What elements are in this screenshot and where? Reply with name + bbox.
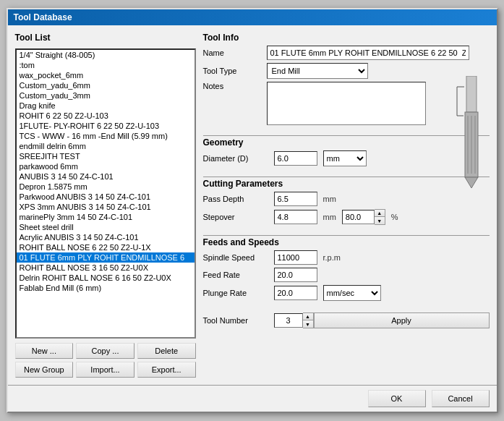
plunge-rate-row: Plunge Rate mm/sec mm/min in/sec in/min [203, 285, 490, 301]
btn-row-1: New ... Copy ... Delete [15, 343, 196, 359]
ok-button[interactable]: OK [368, 390, 426, 407]
svg-marker-5 [465, 177, 478, 188]
list-item[interactable]: parkawood 6mm [17, 161, 195, 171]
list-item[interactable]: wax_pocket_6mm [17, 70, 195, 80]
list-item[interactable]: SREEJITH TEST [17, 151, 195, 161]
tool-number-up-btn[interactable]: ▲ [303, 313, 313, 320]
apply-button[interactable]: Apply [314, 312, 490, 328]
list-item[interactable]: ROHIT BALL NOSE 3 16 50 Z2-U0X [17, 263, 195, 273]
bottom-buttons: New ... Copy ... Delete New Group Import… [15, 343, 196, 378]
list-item[interactable]: 1/4" Straight (48-005) [17, 50, 195, 60]
feed-rate-label: Feed Rate [203, 271, 268, 279]
tool-number-spinner: ▲ ▼ [274, 312, 314, 328]
list-item[interactable]: :tom [17, 60, 195, 70]
name-label: Name [203, 48, 261, 57]
geometry-section: Geometry Diameter (D) mm inch [203, 134, 490, 169]
tool-number-input[interactable] [274, 313, 303, 328]
feed-unit-select[interactable]: mm/sec mm/min in/sec in/min [323, 285, 381, 301]
right-panel: Tool Info Name Tool Type End Mill Ball N… [203, 33, 490, 378]
diameter-unit-select[interactable]: mm inch [323, 150, 367, 166]
tool-type-label: Tool Type [203, 67, 261, 75]
new-group-button[interactable]: New Group [15, 362, 74, 378]
feeds-title: Feeds and Speeds [203, 237, 490, 247]
list-item[interactable]: Sheet steel drill [17, 222, 195, 232]
list-item[interactable]: Drag knife [17, 101, 195, 111]
list-item[interactable]: Depron 1.5875 mm [17, 182, 195, 192]
tool-info-title: Tool Info [203, 33, 490, 43]
tool-number-spinbtns: ▲ ▼ [303, 312, 314, 328]
pass-depth-label: Pass Depth [203, 195, 268, 203]
geometry-title: Geometry [203, 137, 490, 148]
stepover-down-btn[interactable]: ▼ [375, 217, 385, 224]
percent-label: % [391, 213, 398, 221]
diameter-row: Diameter (D) mm inch [203, 150, 490, 166]
pass-depth-unit: mm [323, 195, 336, 203]
tool-number-label: Tool Number [203, 316, 268, 325]
list-item[interactable]: TCS - WWW - 16 mm -End Mill (5.99 mm) [17, 131, 195, 141]
tool-number-left: Tool Number ▲ ▼ [203, 312, 314, 328]
notes-row: Notes [203, 82, 490, 125]
list-item[interactable]: ROHIT BALL NOSE 6 22 50 Z2-U-1X [17, 242, 195, 252]
feed-rate-row: Feed Rate [203, 268, 490, 282]
dialog-footer: OK Cancel [8, 385, 497, 412]
plunge-rate-label: Plunge Rate [203, 289, 268, 297]
dialog-title: Tool Database [14, 12, 72, 22]
tool-number-row: Tool Number ▲ ▼ Apply [203, 312, 490, 328]
stepover-row: Stepover mm ▲ ▼ % [203, 209, 490, 225]
stepover-percent-spinbtns: ▲ ▼ [375, 209, 385, 225]
stepover-percent-input[interactable] [342, 210, 375, 224]
list-item[interactable]: 01 FLUTE 6mm PLY ROHIT ENDMILLNOSE 6 [17, 252, 195, 263]
import-button[interactable]: Import... [76, 362, 134, 378]
feed-rate-input[interactable] [274, 268, 317, 282]
stepover-unit: mm [323, 213, 336, 221]
cutting-title: Cutting Parameters [203, 179, 490, 189]
dialog-titlebar: Tool Database [8, 9, 497, 25]
tool-image [453, 76, 490, 192]
list-item[interactable]: 1FLUTE- PLY-ROHIT 6 22 50 Z2-U-103 [17, 121, 195, 131]
tool-list-container[interactable]: 1/4" Straight (48-005):tomwax_pocket_6mm… [15, 48, 196, 339]
new-button[interactable]: New ... [15, 343, 74, 359]
list-item[interactable]: XPS 3mm ANUBIS 3 14 50 Z4-C-101 [17, 202, 195, 212]
diameter-label: Diameter (D) [203, 154, 268, 163]
list-item[interactable]: endmill delrin 6mm [17, 141, 195, 151]
svg-rect-0 [466, 76, 477, 112]
btn-row-2: New Group Import... Export... [15, 362, 196, 378]
list-item[interactable]: ROHIT 6 22 50 Z2-U-103 [17, 111, 195, 121]
delete-button[interactable]: Delete [137, 343, 196, 359]
tool-type-select[interactable]: End Mill Ball Nose V-Bit Drill [267, 63, 368, 79]
tool-list-label: Tool List [15, 33, 196, 43]
tool-number-down-btn[interactable]: ▼ [303, 320, 313, 328]
copy-button[interactable]: Copy ... [76, 343, 134, 359]
list-item[interactable]: Parkwood ANUBIS 3 14 50 Z4-C-101 [17, 192, 195, 202]
list-item[interactable]: Delrin ROHIT BALL NOSE 6 16 50 Z2-U0X [17, 273, 195, 283]
export-button[interactable]: Export... [137, 362, 196, 378]
name-row: Name [203, 46, 490, 60]
pass-depth-input[interactable] [274, 192, 317, 206]
list-item[interactable]: Custom_yadu_3mm [17, 90, 195, 101]
cancel-button[interactable]: Cancel [432, 390, 490, 407]
spindle-row: Spindle Speed r.p.m [203, 250, 490, 265]
spindle-input[interactable] [274, 250, 317, 265]
tool-type-row: Tool Type End Mill Ball Nose V-Bit Drill [203, 63, 490, 79]
tool-database-dialog: Tool Database Tool List 1/4" Straight (4… [7, 8, 498, 413]
list-item[interactable]: Acrylic ANUBIS 3 14 50 Z4-C-101 [17, 232, 195, 242]
rpm-label: r.p.m [323, 253, 341, 262]
left-panel: Tool List 1/4" Straight (48-005):tomwax_… [15, 33, 196, 378]
pass-depth-row: Pass Depth mm [203, 192, 490, 206]
name-input[interactable] [267, 46, 469, 60]
list-item[interactable]: Fablab End Mill (6 mm) [17, 283, 195, 293]
dialog-body: Tool List 1/4" Straight (48-005):tomwax_… [8, 25, 497, 385]
list-item[interactable]: Custom_yadu_6mm [17, 80, 195, 90]
stepover-input[interactable] [274, 210, 317, 224]
list-item[interactable]: ANUBIS 3 14 50 Z4-C-101 [17, 171, 195, 182]
diameter-input[interactable] [274, 151, 317, 166]
plunge-rate-input[interactable] [274, 286, 317, 300]
notes-label: Notes [203, 82, 261, 90]
stepover-label: Stepover [203, 213, 268, 221]
stepover-percent-spinner: ▲ ▼ [342, 209, 385, 225]
notes-textarea[interactable] [267, 82, 426, 125]
tool-info-section: Tool Info Name Tool Type End Mill Ball N… [203, 33, 490, 128]
stepover-up-btn[interactable]: ▲ [375, 210, 385, 217]
list-item[interactable]: marinePly 3mm 14 50 Z4-C-101 [17, 212, 195, 222]
spindle-label: Spindle Speed [203, 253, 268, 262]
